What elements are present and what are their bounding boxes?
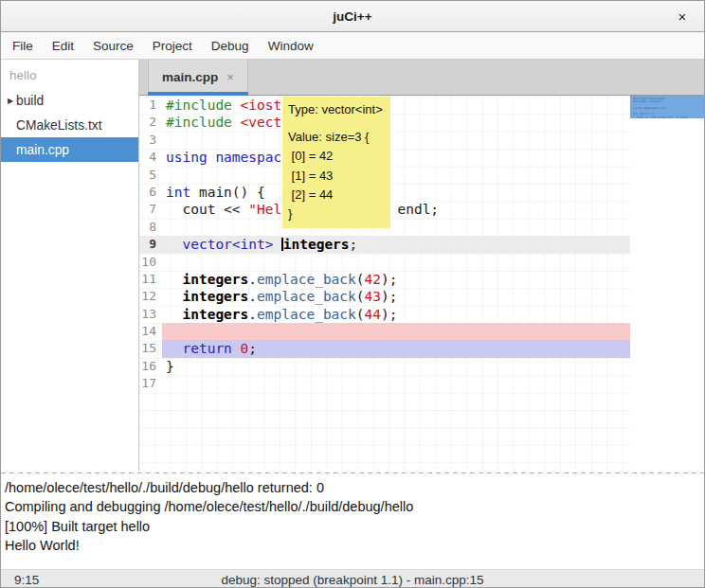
terminal-output[interactable]: /home/olece/test/hello/./build/debug/hel… <box>1 475 704 569</box>
code-line[interactable]: 15 return 0; <box>139 340 630 357</box>
terminal-line: [100%] Built target hello <box>5 517 700 536</box>
statusbar: 9:15 debug: stopped (breakpoint 1.1) - m… <box>1 569 704 588</box>
line-number[interactable]: 13 <box>139 306 162 323</box>
tree-item-cmakelists-txt[interactable]: CMakeLists.txt <box>1 113 138 137</box>
code-line[interactable]: 9 vector<int> integers; <box>139 236 630 253</box>
menubar: FileEditSourceProjectDebugWindow <box>1 32 704 60</box>
code-text: integers.emplace_back(43); <box>162 288 630 305</box>
code-text: int main() { <box>162 184 630 201</box>
line-number[interactable]: 1 <box>139 97 162 114</box>
tooltip-gap <box>288 119 385 128</box>
menu-project[interactable]: Project <box>143 34 202 58</box>
code-text: cout << "Hello World!" << endl; <box>162 201 630 218</box>
line-number[interactable]: 8 <box>139 219 162 236</box>
titlebar[interactable]: juCi++ × <box>1 1 704 32</box>
line-number[interactable]: 11 <box>139 271 162 288</box>
line-number[interactable]: 9 <box>139 236 162 253</box>
tree-item-label: main.cpp <box>16 143 69 157</box>
tree-item-label: build <box>16 94 44 108</box>
line-number[interactable]: 6 <box>139 184 162 201</box>
line-number[interactable]: 14 <box>139 323 162 340</box>
code-line[interactable]: 16} <box>139 358 630 375</box>
line-number[interactable]: 10 <box>139 254 162 271</box>
code-text <box>162 167 630 184</box>
tooltip-line: [2] = 44 <box>288 186 385 205</box>
code-line[interactable]: 13 integers.emplace_back(44); <box>139 306 630 323</box>
terminal-line: Compiling and debugging /home/olece/test… <box>5 497 700 516</box>
minimap-viewport[interactable]: #include <iostream> #include <vector> us… <box>630 96 705 118</box>
tab-main-cpp[interactable]: main.cpp × <box>148 60 248 95</box>
cursor-position: 9:15 <box>14 573 39 587</box>
line-number[interactable]: 4 <box>139 149 162 166</box>
line-number[interactable]: 16 <box>139 358 162 375</box>
editor: 1#include <iostream>2#include <vector>34… <box>139 96 705 471</box>
tooltip-line: [1] = 43 <box>288 167 385 186</box>
file-tree: ▶buildCMakeLists.txtmain.cpp <box>1 88 138 162</box>
code-text: #include <vector> <box>162 114 630 131</box>
tab-close-icon[interactable]: × <box>226 70 234 84</box>
code-text: integers.emplace_back(42); <box>162 271 630 288</box>
line-number[interactable]: 12 <box>139 288 162 305</box>
code-text <box>162 323 630 340</box>
menu-source[interactable]: Source <box>83 34 143 58</box>
code-line[interactable]: 10 <box>139 254 630 271</box>
code-text <box>162 254 630 271</box>
code-line[interactable]: 14 <box>139 323 630 340</box>
window-title: juCi++ <box>333 9 371 24</box>
file-tree-panel: hello ▶buildCMakeLists.txtmain.cpp <box>1 60 139 471</box>
code-text <box>162 375 630 392</box>
menu-debug[interactable]: Debug <box>202 34 259 58</box>
close-icon[interactable]: × <box>673 8 692 27</box>
tooltip-line: } <box>288 205 385 223</box>
expander-icon[interactable]: ▶ <box>1 97 16 105</box>
line-number[interactable]: 15 <box>139 340 162 357</box>
code-line[interactable]: 17 <box>139 375 630 392</box>
code-text: using namespace std; <box>162 149 630 166</box>
tree-item-main-cpp[interactable]: main.cpp <box>1 137 138 162</box>
code-text: vector<int> integers; <box>162 236 630 253</box>
debug-status: debug: stopped (breakpoint 1.1) - main.c… <box>1 573 704 587</box>
line-number[interactable]: 3 <box>139 132 162 149</box>
tabstrip: main.cpp × <box>139 60 705 96</box>
terminal-line: /home/olece/test/hello/./build/debug/hel… <box>5 478 700 497</box>
tree-item-label: CMakeLists.txt <box>16 118 101 133</box>
line-number[interactable]: 5 <box>139 167 162 184</box>
app-window: juCi++ × FileEditSourceProjectDebugWindo… <box>0 0 705 588</box>
minimap[interactable]: #include <iostream> #include <vector> us… <box>630 96 705 471</box>
terminal-line: Hello World! <box>5 536 700 555</box>
menu-window[interactable]: Window <box>259 34 323 58</box>
code-text <box>162 219 630 236</box>
menu-edit[interactable]: Edit <box>43 34 83 58</box>
line-number[interactable]: 7 <box>139 201 162 218</box>
code-text: } <box>162 358 630 375</box>
project-name: hello <box>1 60 138 88</box>
line-number[interactable]: 17 <box>139 375 162 392</box>
code-line[interactable]: 12 integers.emplace_back(43); <box>139 288 630 305</box>
code-line[interactable]: 11 integers.emplace_back(42); <box>139 271 630 288</box>
dashed-divider <box>1 472 704 473</box>
code-text: #include <iostream> <box>162 97 630 114</box>
tab-label: main.cpp <box>162 70 218 84</box>
tooltip-line: [0] = 42 <box>288 147 385 166</box>
line-number[interactable]: 2 <box>139 114 162 131</box>
menu-file[interactable]: File <box>3 34 43 58</box>
code-text: return 0; <box>162 340 630 357</box>
debug-value-tooltip: Type: vector<int>Value: size=3 { [0] = 4… <box>282 97 390 228</box>
code-text <box>162 132 630 149</box>
tooltip-line: Value: size=3 { <box>288 128 385 147</box>
code-text: integers.emplace_back(44); <box>162 306 630 323</box>
tooltip-line: Type: vector<int> <box>288 100 385 119</box>
tree-item-build[interactable]: ▶build <box>1 88 138 113</box>
